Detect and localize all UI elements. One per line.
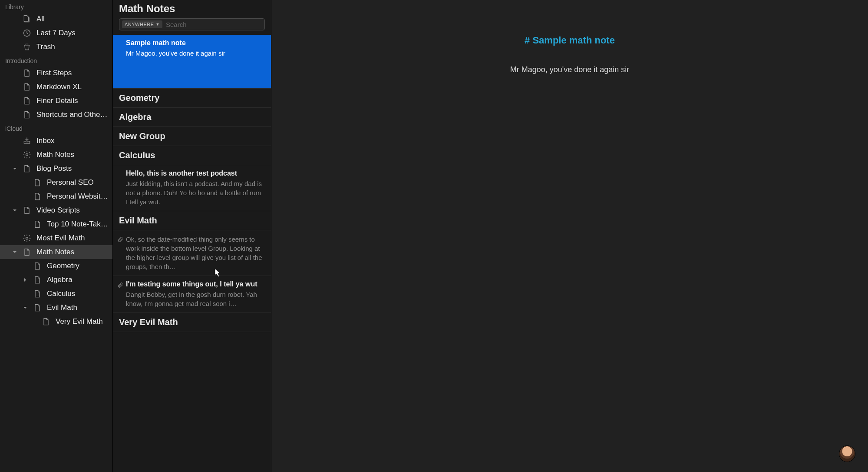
editor-pane[interactable]: # Sample math note Mr Magoo, you've done… xyxy=(271,0,868,472)
disclosure-spacer xyxy=(12,152,17,157)
doc-icon xyxy=(23,206,31,215)
disclosure-spacer xyxy=(23,222,28,227)
doc-icon xyxy=(23,248,31,256)
doc-icon xyxy=(23,69,31,77)
sidebar-item[interactable]: Personal SEO xyxy=(0,176,112,189)
sidebar-item-label: First Steps xyxy=(36,69,72,77)
sidebar-item[interactable]: Algebra xyxy=(0,273,112,287)
search-input[interactable] xyxy=(166,21,262,28)
note-list-group[interactable]: Calculus xyxy=(113,146,271,165)
doc-icon xyxy=(23,83,31,91)
note-preview: Dangit Bobby, get in the gosh durn robot… xyxy=(126,290,263,308)
sidebar-item-label: Personal SEO xyxy=(47,178,94,187)
sidebar-item[interactable]: Finer Details xyxy=(0,94,112,108)
attachment-icon xyxy=(117,282,123,288)
search-bar[interactable]: ANYWHERE ▼ xyxy=(119,18,265,30)
sidebar-item[interactable]: Evil Math xyxy=(0,301,112,315)
sidebar-item-label: Video Scripts xyxy=(36,206,80,215)
disclosure-spacer xyxy=(23,291,28,296)
sidebar-item[interactable]: Shortcuts and Other… xyxy=(0,108,112,122)
sidebar-item[interactable]: Calculus xyxy=(0,287,112,301)
note-list-group[interactable]: Evil Math xyxy=(113,211,271,230)
disclosure-spacer xyxy=(23,263,28,269)
avatar[interactable] xyxy=(839,446,855,462)
doc-icon xyxy=(23,110,31,119)
doc-icon xyxy=(33,220,42,229)
note-list-scroll[interactable]: Sample math noteMr Magoo, you've done it… xyxy=(113,35,271,472)
note-list-group[interactable]: Algebra xyxy=(113,108,271,127)
sidebar-item-label: Shortcuts and Other… xyxy=(36,110,108,119)
note-list-item[interactable]: Sample math noteMr Magoo, you've done it… xyxy=(113,35,271,89)
disclosure-right-icon[interactable] xyxy=(23,277,28,283)
sidebar-item[interactable]: Last 7 Days xyxy=(0,26,112,40)
disclosure-spacer xyxy=(23,194,28,199)
sidebar-item[interactable]: Most Evil Math xyxy=(0,231,112,245)
search-scope-label: ANYWHERE xyxy=(125,22,154,27)
sidebar-item[interactable]: Math Notes xyxy=(0,148,112,162)
note-title: Hello, this is another test podcast xyxy=(126,170,263,177)
disclosure-spacer xyxy=(12,112,17,117)
note-list-item[interactable]: Ok, so the date-modified thing only seem… xyxy=(113,230,271,276)
note-title: Sample math note xyxy=(126,39,263,47)
sidebar-item-label: Math Notes xyxy=(36,248,74,256)
sidebar-item[interactable]: All xyxy=(0,12,112,26)
editor-body[interactable]: Mr Magoo, you've done it again sir xyxy=(323,65,816,74)
note-preview: Ok, so the date-modified thing only seem… xyxy=(126,235,263,271)
chevron-down-icon: ▼ xyxy=(156,22,160,27)
doc-icon xyxy=(33,303,42,312)
disclosure-spacer xyxy=(31,319,36,324)
sidebar-item[interactable]: Geometry xyxy=(0,259,112,273)
note-list-item[interactable]: I'm testing some things out, I tell ya w… xyxy=(113,276,271,313)
sidebar-item[interactable]: Personal Website… xyxy=(0,189,112,203)
sidebar-item[interactable]: Inbox xyxy=(0,134,112,148)
sidebar-section-label: iCloud xyxy=(0,122,112,134)
sidebar: LibraryAllLast 7 DaysTrashIntroductionFi… xyxy=(0,0,113,472)
disclosure-spacer xyxy=(12,98,17,103)
disclosure-down-icon[interactable] xyxy=(12,249,17,255)
note-list-pane: Math Notes ANYWHERE ▼ Sample math noteMr… xyxy=(113,0,271,472)
doc-icon xyxy=(33,276,42,284)
sidebar-item[interactable]: Top 10 Note-Takin… xyxy=(0,217,112,231)
sidebar-item-label: Geometry xyxy=(47,262,79,270)
doc-icon xyxy=(33,192,42,201)
sidebar-item-label: Evil Math xyxy=(47,303,77,312)
note-list-title: Math Notes xyxy=(119,3,265,18)
trash-icon xyxy=(23,43,31,51)
sidebar-item[interactable]: Math Notes xyxy=(0,245,112,259)
sidebar-section-label: Introduction xyxy=(0,54,112,66)
disclosure-down-icon[interactable] xyxy=(12,208,17,213)
note-list-header: Math Notes ANYWHERE ▼ xyxy=(113,0,271,35)
note-list-group[interactable]: Geometry xyxy=(113,89,271,108)
disclosure-spacer xyxy=(12,17,17,22)
sidebar-item[interactable]: First Steps xyxy=(0,66,112,80)
clock-icon xyxy=(23,29,31,37)
disclosure-spacer xyxy=(12,236,17,241)
sidebar-item-label: Math Notes xyxy=(36,150,74,159)
sidebar-item-label: Inbox xyxy=(36,136,55,145)
note-list-group[interactable]: New Group xyxy=(113,127,271,146)
sidebar-item[interactable]: Very Evil Math xyxy=(0,315,112,329)
doc-icon xyxy=(23,164,31,173)
disclosure-spacer xyxy=(12,138,17,143)
disclosure-spacer xyxy=(12,30,17,36)
sidebar-item-label: Top 10 Note-Takin… xyxy=(47,220,108,229)
inbox-icon xyxy=(23,136,31,145)
note-list-item[interactable]: Hello, this is another test podcastJust … xyxy=(113,165,271,211)
stack-icon xyxy=(23,15,31,23)
sidebar-item[interactable]: Markdown XL xyxy=(0,80,112,94)
disclosure-down-icon[interactable] xyxy=(12,166,17,171)
sidebar-item-label: Very Evil Math xyxy=(56,317,103,326)
sidebar-item-label: Algebra xyxy=(47,276,73,284)
doc-icon xyxy=(42,317,50,326)
attachment-icon xyxy=(117,236,123,243)
disclosure-down-icon[interactable] xyxy=(23,305,28,310)
note-list-group[interactable]: Very Evil Math xyxy=(113,313,271,332)
sidebar-item-label: Personal Website… xyxy=(47,192,108,201)
sidebar-item[interactable]: Blog Posts xyxy=(0,162,112,176)
sidebar-item-label: All xyxy=(36,15,45,23)
svg-point-1 xyxy=(26,154,28,156)
sidebar-item[interactable]: Trash xyxy=(0,40,112,54)
editor-heading[interactable]: # Sample math note xyxy=(323,35,816,46)
sidebar-item[interactable]: Video Scripts xyxy=(0,203,112,217)
search-scope-dropdown[interactable]: ANYWHERE ▼ xyxy=(122,20,162,28)
